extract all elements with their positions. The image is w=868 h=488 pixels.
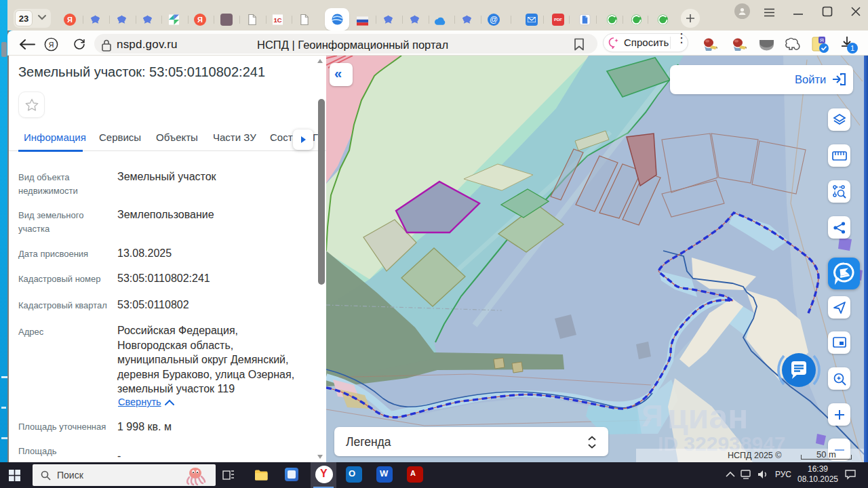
svg-text:Я: Я (49, 41, 54, 49)
svg-text:1С: 1С (273, 16, 281, 24)
svg-text:Я: Я (820, 37, 824, 43)
svg-text:1: 1 (850, 44, 854, 52)
svg-text:циан: циан (667, 398, 748, 436)
svg-text:Я: Я (642, 399, 663, 432)
